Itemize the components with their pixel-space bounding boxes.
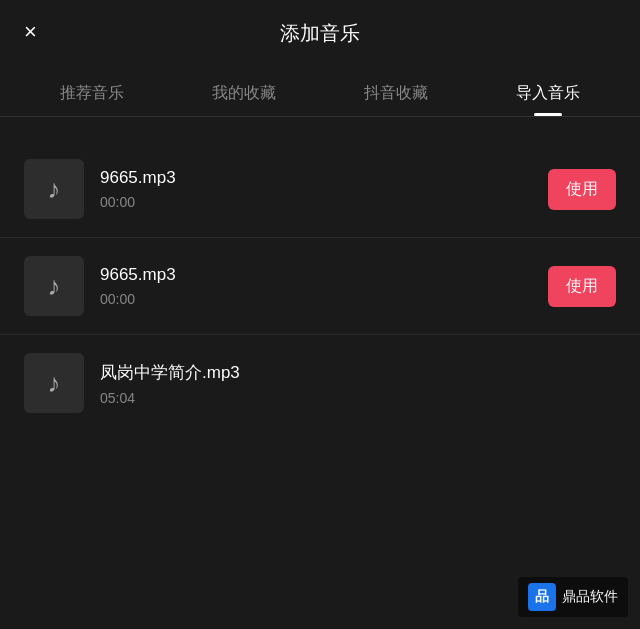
tab-my-favorites[interactable]: 我的收藏 bbox=[200, 75, 288, 116]
music-info: 9665.mp3 00:00 bbox=[100, 168, 532, 210]
header: × 添加音乐 bbox=[0, 0, 640, 63]
music-list-item: ♪ 9665.mp3 00:00 使用 bbox=[0, 237, 640, 334]
tab-recommended-music[interactable]: 推荐音乐 bbox=[48, 75, 136, 116]
music-list: ♪ 9665.mp3 00:00 使用 ♪ 9665.mp3 00:00 使用 … bbox=[0, 133, 640, 439]
use-button[interactable]: 使用 bbox=[548, 266, 616, 307]
music-duration: 05:04 bbox=[100, 390, 616, 406]
music-duration: 00:00 bbox=[100, 194, 532, 210]
music-thumbnail: ♪ bbox=[24, 256, 84, 316]
music-list-item: ♪ 凤岗中学简介.mp3 05:04 bbox=[0, 334, 640, 431]
music-name: 9665.mp3 bbox=[100, 168, 532, 188]
tab-douyin-favorites[interactable]: 抖音收藏 bbox=[352, 75, 440, 116]
music-thumbnail: ♪ bbox=[24, 353, 84, 413]
tab-import-music[interactable]: 导入音乐 bbox=[504, 75, 592, 116]
music-duration: 00:00 bbox=[100, 291, 532, 307]
watermark: 品 鼎品软件 bbox=[518, 577, 628, 617]
close-button[interactable]: × bbox=[24, 21, 37, 43]
music-name: 凤岗中学简介.mp3 bbox=[100, 361, 616, 384]
music-note-icon: ♪ bbox=[48, 174, 61, 205]
music-thumbnail: ♪ bbox=[24, 159, 84, 219]
watermark-text: 鼎品软件 bbox=[562, 588, 618, 606]
music-info: 9665.mp3 00:00 bbox=[100, 265, 532, 307]
music-note-icon: ♪ bbox=[48, 271, 61, 302]
music-list-item: ♪ 9665.mp3 00:00 使用 bbox=[0, 141, 640, 237]
music-name: 9665.mp3 bbox=[100, 265, 532, 285]
use-button[interactable]: 使用 bbox=[548, 169, 616, 210]
music-note-icon: ♪ bbox=[48, 368, 61, 399]
watermark-icon: 品 bbox=[528, 583, 556, 611]
page-title: 添加音乐 bbox=[280, 20, 360, 47]
music-info: 凤岗中学简介.mp3 05:04 bbox=[100, 361, 616, 406]
tab-bar: 推荐音乐 我的收藏 抖音收藏 导入音乐 bbox=[0, 63, 640, 117]
